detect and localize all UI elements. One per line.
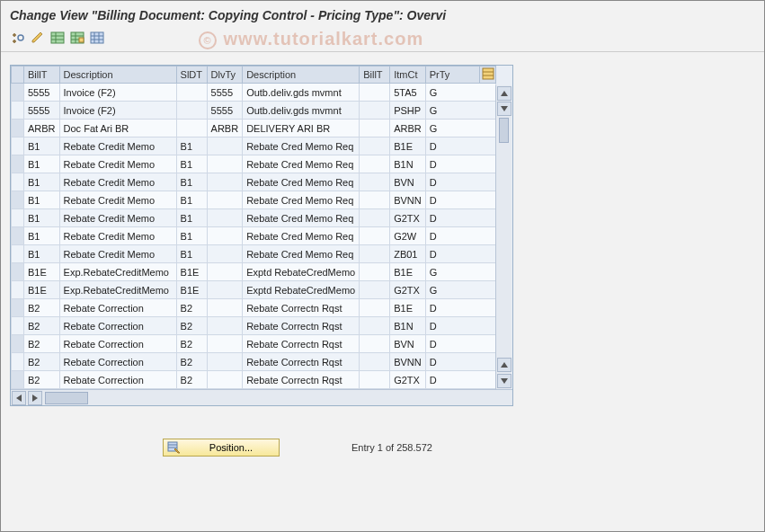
cell-billt[interactable]: B2 — [24, 353, 60, 371]
cell-billt[interactable]: B1 — [24, 155, 60, 173]
cell-description[interactable]: Rebate Credit Memo — [59, 245, 176, 263]
row-selector[interactable] — [12, 317, 24, 335]
cell-description2[interactable]: Rebate Correctn Rqst — [243, 317, 360, 335]
cell-billt[interactable]: B2 — [24, 299, 60, 317]
cell-itmct[interactable]: B1E — [390, 263, 426, 281]
cell-prty[interactable]: D — [425, 245, 495, 263]
cell-description[interactable]: Rebate Credit Memo — [59, 191, 176, 209]
table-row[interactable]: B1EExp.RebateCreditMemoB1EExptd RebateCr… — [12, 281, 496, 299]
cell-dlvty[interactable] — [207, 335, 243, 353]
cell-billt2[interactable] — [360, 155, 390, 173]
cell-itmct[interactable]: ZB01 — [390, 245, 426, 263]
table-row[interactable]: B1Rebate Credit MemoB1Rebate Cred Memo R… — [12, 191, 496, 209]
row-selector[interactable] — [12, 120, 24, 137]
cell-sldt[interactable]: B2 — [176, 299, 207, 317]
cell-description[interactable]: Rebate Correction — [59, 299, 176, 317]
cell-sldt[interactable] — [176, 102, 207, 120]
cell-prty[interactable]: G — [425, 263, 495, 281]
cell-dlvty[interactable] — [207, 371, 243, 389]
cell-prty[interactable]: D — [425, 371, 495, 389]
cell-sldt[interactable]: B1E — [176, 281, 207, 299]
cell-sldt[interactable]: B1 — [176, 245, 207, 263]
cell-description[interactable]: Exp.RebateCreditMemo — [59, 281, 176, 299]
cell-prty[interactable]: G — [425, 84, 495, 102]
cell-prty[interactable]: D — [425, 353, 495, 371]
cell-sldt[interactable] — [176, 120, 207, 137]
cell-billt[interactable]: B2 — [24, 335, 60, 353]
cell-description[interactable]: Doc Fat Ari BR — [59, 120, 176, 137]
cell-billt2[interactable] — [360, 137, 390, 155]
cell-description2[interactable]: Exptd RebateCredMemo — [243, 281, 360, 299]
cell-billt[interactable]: B2 — [24, 317, 60, 335]
cell-billt2[interactable] — [360, 84, 390, 102]
table-row[interactable]: B2Rebate CorrectionB2Rebate Correctn Rqs… — [12, 353, 496, 371]
cell-billt2[interactable] — [360, 263, 390, 281]
cell-itmct[interactable]: B1N — [390, 317, 426, 335]
col-dlvty[interactable]: DlvTy — [207, 66, 243, 84]
cell-itmct[interactable]: B1N — [390, 155, 426, 173]
cell-description2[interactable]: Rebate Cred Memo Req — [243, 191, 360, 209]
cell-billt[interactable]: B2 — [24, 371, 60, 389]
cell-sldt[interactable]: B2 — [176, 371, 207, 389]
cell-billt2[interactable] — [360, 120, 390, 137]
cell-itmct[interactable]: PSHP — [390, 102, 426, 120]
cell-billt2[interactable] — [360, 371, 390, 389]
hscroll-track[interactable] — [90, 392, 511, 404]
row-selector[interactable] — [12, 263, 24, 281]
position-button[interactable]: Position... — [163, 439, 280, 457]
cell-description2[interactable]: Outb.deliv.gds mvmnt — [243, 102, 360, 120]
col-itmct[interactable]: ItmCt — [390, 66, 426, 84]
table-row[interactable]: ARBRDoc Fat Ari BRARBRDELIVERY ARI BRARB… — [12, 120, 496, 137]
cell-dlvty[interactable]: ARBR — [207, 120, 243, 137]
cell-prty[interactable]: D — [425, 335, 495, 353]
cell-billt[interactable]: B1 — [24, 209, 60, 227]
cell-itmct[interactable]: ARBR — [390, 120, 426, 137]
row-selector[interactable] — [12, 209, 24, 227]
col-sldt[interactable]: SlDT — [176, 66, 207, 84]
table-row[interactable]: B2Rebate CorrectionB2Rebate Correctn Rqs… — [12, 299, 496, 317]
cell-dlvty[interactable] — [207, 137, 243, 155]
cell-prty[interactable]: D — [425, 191, 495, 209]
cell-billt[interactable]: B1E — [24, 281, 60, 299]
row-selector[interactable] — [12, 155, 24, 173]
table-row[interactable]: B1Rebate Credit MemoB1Rebate Cred Memo R… — [12, 137, 496, 155]
cell-billt2[interactable] — [360, 299, 390, 317]
cell-dlvty[interactable]: 5555 — [207, 102, 243, 120]
row-selector[interactable] — [12, 191, 24, 209]
cell-description2[interactable]: Rebate Cred Memo Req — [243, 173, 360, 191]
cell-sldt[interactable]: B1 — [176, 227, 207, 245]
scroll-right-button[interactable] — [28, 391, 42, 405]
cell-dlvty[interactable] — [207, 299, 243, 317]
cell-sldt[interactable]: B2 — [176, 317, 207, 335]
cell-itmct[interactable]: G2TX — [390, 209, 426, 227]
cell-billt[interactable]: ARBR — [24, 120, 60, 137]
vscroll-track[interactable] — [497, 118, 511, 373]
cell-itmct[interactable]: 5TA5 — [390, 84, 426, 102]
cell-dlvty[interactable] — [207, 353, 243, 371]
cell-description[interactable]: Rebate Correction — [59, 371, 176, 389]
cell-sldt[interactable]: B1E — [176, 263, 207, 281]
cell-itmct[interactable]: G2TX — [390, 371, 426, 389]
cell-dlvty[interactable] — [207, 227, 243, 245]
table-row[interactable]: B1Rebate Credit MemoB1Rebate Cred Memo R… — [12, 227, 496, 245]
cell-billt[interactable]: B1 — [24, 227, 60, 245]
cell-description2[interactable]: Rebate Cred Memo Req — [243, 137, 360, 155]
cell-billt[interactable]: B1 — [24, 137, 60, 155]
col-prty[interactable]: PrTy — [425, 66, 479, 84]
cell-description[interactable]: Rebate Credit Memo — [59, 227, 176, 245]
hscroll-thumb[interactable] — [45, 392, 88, 404]
toggle-icon[interactable] — [10, 30, 26, 46]
cell-description2[interactable]: Exptd RebateCredMemo — [243, 263, 360, 281]
cell-billt[interactable]: 5555 — [24, 84, 60, 102]
row-selector[interactable] — [12, 353, 24, 371]
cell-dlvty[interactable] — [207, 245, 243, 263]
table-row[interactable]: B1EExp.RebateCreditMemoB1EExptd RebateCr… — [12, 263, 496, 281]
cell-description[interactable]: Rebate Credit Memo — [59, 173, 176, 191]
cell-prty[interactable]: D — [425, 317, 495, 335]
cell-billt2[interactable] — [360, 173, 390, 191]
cell-itmct[interactable]: B1E — [390, 299, 426, 317]
row-selector[interactable] — [12, 227, 24, 245]
cell-billt[interactable]: B1 — [24, 173, 60, 191]
cell-description[interactable]: Rebate Correction — [59, 335, 176, 353]
cell-itmct[interactable]: G2TX — [390, 281, 426, 299]
